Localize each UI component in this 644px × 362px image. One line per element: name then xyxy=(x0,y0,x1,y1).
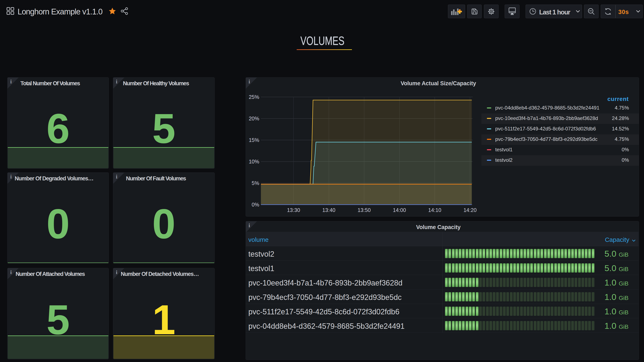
svg-text:25%: 25% xyxy=(249,94,259,100)
svg-text:10%: 10% xyxy=(249,159,259,165)
svg-text:14:00: 14:00 xyxy=(393,207,406,213)
svg-text:13:50: 13:50 xyxy=(358,207,371,213)
svg-text:14:20: 14:20 xyxy=(464,207,476,213)
svg-text:13:30: 13:30 xyxy=(287,207,300,213)
svg-text:20%: 20% xyxy=(249,116,259,121)
svg-text:13:40: 13:40 xyxy=(322,207,336,213)
svg-text:14:10: 14:10 xyxy=(428,207,442,213)
svg-text:5%: 5% xyxy=(252,180,259,186)
svg-text:15%: 15% xyxy=(249,137,259,143)
svg-text:0%: 0% xyxy=(252,202,259,207)
